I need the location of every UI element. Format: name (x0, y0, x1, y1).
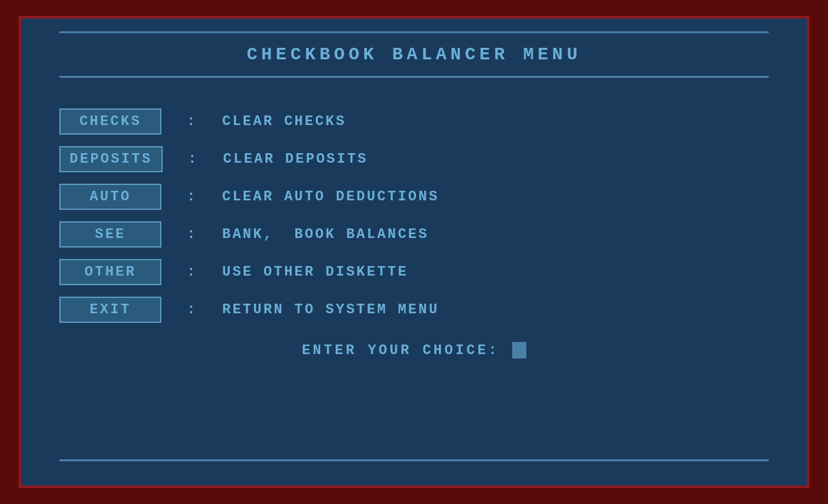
menu-item-checks[interactable]: CHECKS : CLEAR CHECKS (59, 108, 769, 135)
desc-exit: RETURN TO SYSTEM MENU (222, 302, 439, 318)
colon-exit: : (187, 302, 196, 318)
cursor-input[interactable] (512, 342, 526, 359)
key-other[interactable]: OTHER (59, 259, 161, 285)
desc-auto: CLEAR AUTO DEDUCTIONS (222, 189, 439, 205)
colon-deposits: : (188, 151, 198, 167)
menu-list: CHECKS : CLEAR CHECKS DEPOSITS : CLEAR D… (59, 108, 769, 323)
desc-deposits: CLEAR DEPOSITS (223, 151, 368, 167)
menu-item-deposits[interactable]: DEPOSITS : CLEAR DEPOSITS (59, 146, 769, 172)
colon-auto: : (187, 189, 196, 205)
key-deposits[interactable]: DEPOSITS (59, 146, 163, 172)
key-checks[interactable]: CHECKS (59, 108, 161, 135)
desc-see: BANK, BOOK BALANCES (222, 226, 429, 242)
desc-checks: CLEAR CHECKS (222, 114, 346, 130)
menu-item-other[interactable]: OTHER : USE OTHER DISKETTE (59, 259, 769, 285)
menu-item-see[interactable]: SEE : BANK, BOOK BALANCES (59, 221, 769, 248)
colon-see: : (187, 226, 196, 242)
top-divider (59, 31, 769, 33)
colon-other: : (187, 264, 196, 280)
prompt-text: ENTER YOUR CHOICE: (302, 343, 499, 359)
desc-other: USE OTHER DISKETTE (222, 264, 408, 280)
colon-checks: : (187, 114, 196, 130)
prompt-row: ENTER YOUR CHOICE: (59, 342, 769, 359)
bottom-divider (59, 459, 769, 461)
menu-item-exit[interactable]: EXIT : RETURN TO SYSTEM MENU (59, 297, 769, 323)
title-divider (59, 76, 769, 78)
key-see[interactable]: SEE (59, 221, 161, 248)
menu-item-auto[interactable]: AUTO : CLEAR AUTO DEDUCTIONS (59, 184, 769, 210)
key-auto[interactable]: AUTO (59, 184, 161, 210)
main-screen: CHECKBOOK BALANCER MENU CHECKS : CLEAR C… (18, 16, 810, 488)
key-exit[interactable]: EXIT (59, 297, 161, 323)
page-title: CHECKBOOK BALANCER MENU (59, 45, 769, 64)
